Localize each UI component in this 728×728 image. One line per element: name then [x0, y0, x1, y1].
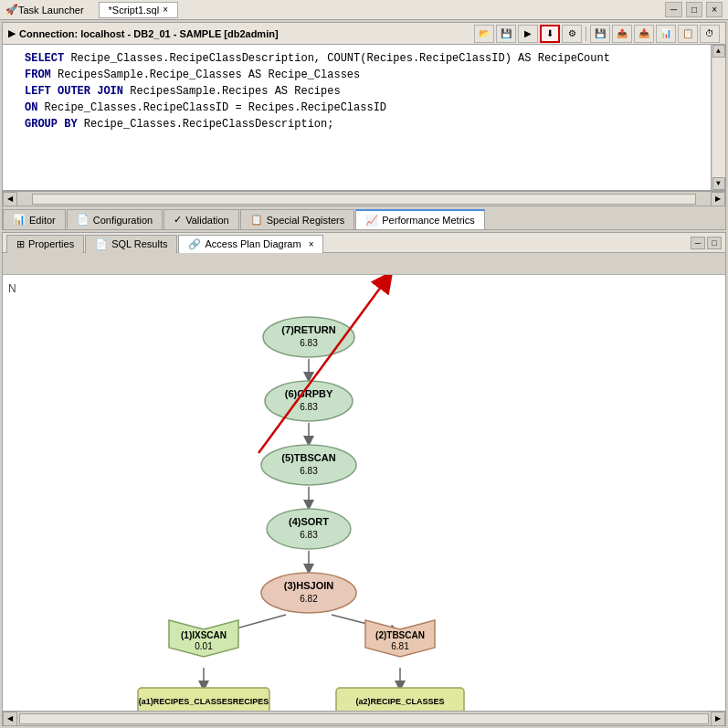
- scroll-right-btn[interactable]: ▶: [711, 192, 725, 206]
- connection-arrow-icon: ▶: [8, 28, 16, 38]
- maximize-btn[interactable]: □: [686, 2, 702, 17]
- svg-point-8: [263, 317, 354, 357]
- svg-text:(6)GRPBY: (6)GRPBY: [285, 388, 333, 399]
- svg-text:6.81: 6.81: [391, 641, 409, 651]
- panel-title-bar: ⊞ Properties 📄 SQL Results 🔗 Access Plan…: [3, 233, 725, 253]
- tab-configuration-label: Configuration: [93, 215, 153, 226]
- tab-configuration-icon: 📄: [77, 214, 90, 226]
- sql-editor[interactable]: SELECT Recipe_Classes.RecipeClassDescrip…: [3, 45, 725, 191]
- tab-configuration[interactable]: 📄 Configuration: [67, 209, 163, 229]
- toolbar-btn-10[interactable]: 📋: [678, 25, 698, 43]
- scroll-track[interactable]: [32, 194, 696, 205]
- tab-editor-icon: 📊: [13, 214, 26, 226]
- sql-line-1: SELECT Recipe_Classes.RecipeClassDescrip…: [25, 50, 610, 67]
- sql-line-5: GROUP BY Recipe_Classes.RecipeClassDescr…: [25, 116, 610, 132]
- tab-access-plan-close[interactable]: ×: [309, 239, 314, 249]
- tab-special-registers-label: Special Registers: [267, 215, 345, 226]
- panel-maximize-btn[interactable]: □: [707, 237, 722, 249]
- svg-text:(2)TBSCAN: (2)TBSCAN: [375, 630, 425, 640]
- toolbar-btn-1[interactable]: 📂: [474, 25, 494, 43]
- svg-text:(7)RETURN: (7)RETURN: [281, 324, 335, 335]
- svg-text:6.83: 6.83: [300, 338, 318, 348]
- scrollbar-down[interactable]: ▼: [712, 177, 725, 190]
- toolbar-btn-execute[interactable]: ⬇: [540, 25, 560, 43]
- connection-label-text: Connection: localhost - DB2_01 - SAMPLE …: [19, 28, 279, 39]
- scrollbar-up[interactable]: ▲: [712, 45, 725, 58]
- tab-special-registers-icon: 📋: [250, 214, 263, 226]
- toolbar-btn-8[interactable]: 📥: [634, 25, 654, 43]
- tab-performance-metrics-label: Performance Metrics: [382, 215, 474, 226]
- svg-point-20: [261, 573, 356, 613]
- toolbar-btn-7[interactable]: 📤: [612, 25, 632, 43]
- tab-performance-metrics[interactable]: 📈 Performance Metrics: [355, 209, 484, 229]
- svg-text:(1)IXSCAN: (1)IXSCAN: [181, 630, 227, 640]
- sql-panel: ▶ Connection: localhost - DB2_01 - SAMPL…: [2, 22, 726, 230]
- connection-bar: ▶ Connection: localhost - DB2_01 - SAMPL…: [3, 23, 725, 45]
- diagram-area[interactable]: N: [3, 275, 725, 711]
- tab-sql-results-label: SQL Results: [111, 238, 167, 249]
- script-tab-close[interactable]: ×: [163, 5, 168, 15]
- toolbar-btn-2[interactable]: 💾: [496, 25, 516, 43]
- panel-controls: ─ □: [691, 237, 722, 249]
- toolbar-btn-6[interactable]: 💾: [590, 25, 610, 43]
- tab-validation[interactable]: ✓ Validation: [164, 209, 239, 229]
- svg-text:6.83: 6.83: [300, 530, 318, 540]
- script-tab[interactable]: *Script1.sql ×: [99, 2, 178, 18]
- svg-text:0.01: 0.01: [195, 641, 213, 651]
- svg-text:(5)TBSCAN: (5)TBSCAN: [281, 452, 335, 463]
- close-btn[interactable]: ×: [706, 2, 723, 17]
- toolbar-btn-11[interactable]: ⏱: [700, 25, 720, 43]
- tab-performance-metrics-icon: 📈: [365, 215, 378, 227]
- scroll-left-btn[interactable]: ◀: [3, 192, 17, 206]
- panel-tabs: ⊞ Properties 📄 SQL Results 🔗 Access Plan…: [6, 233, 324, 253]
- svg-text:(3)HSJOIN: (3)HSJOIN: [284, 580, 333, 591]
- svg-text:(4)SORT: (4)SORT: [289, 516, 329, 527]
- task-launcher-label: Task Launcher: [18, 5, 84, 16]
- svg-point-17: [267, 509, 351, 549]
- tab-sql-results[interactable]: 📄 SQL Results: [85, 235, 177, 253]
- minimize-btn[interactable]: ─: [665, 2, 682, 17]
- toolbar-btn-5[interactable]: ⚙: [562, 25, 582, 43]
- sql-tabs: 📊 Editor 📄 Configuration ✓ Validation 📋 …: [3, 206, 725, 229]
- tab-properties[interactable]: ⊞ Properties: [6, 235, 84, 253]
- sql-line-4: ON Recipe_Classes.RecipeClassID = Recipe…: [25, 100, 610, 116]
- diagram-svg: (7)RETURN 6.83 (6)GRPBY 6.83 (5)TBSCAN 6…: [3, 275, 715, 711]
- tab-validation-label: Validation: [185, 215, 229, 226]
- tab-access-plan-diagram[interactable]: 🔗 Access Plan Diagram ×: [178, 235, 323, 253]
- tab-sql-results-icon: 📄: [95, 238, 108, 250]
- svg-text:6.83: 6.83: [300, 402, 318, 412]
- svg-text:6.82: 6.82: [300, 594, 318, 604]
- tab-access-plan-label: Access Plan Diagram: [205, 238, 301, 249]
- sql-line-2: FROM RecipesSample.Recipe_Classes AS Rec…: [25, 67, 610, 83]
- svg-text:(a1)RECIPES_CLASSESRECIPES: (a1)RECIPES_CLASSESRECIPES: [139, 697, 269, 706]
- svg-point-11: [265, 381, 353, 421]
- svg-text:RECIPESSAMPLE: RECIPESSAMPLE: [365, 710, 435, 711]
- bottom-scroll-left[interactable]: ◀: [3, 712, 17, 726]
- svg-text:RECIPESSAMPLE: RECIPESSAMPLE: [169, 710, 238, 711]
- svg-point-14: [261, 445, 356, 485]
- h-scrollbar[interactable]: ◀ ▶: [3, 191, 725, 206]
- diagram-toolbar: [3, 253, 725, 275]
- bottom-panel: ⊞ Properties 📄 SQL Results 🔗 Access Plan…: [2, 232, 726, 726]
- toolbar: 📂 💾 ▶ ⬇ ⚙ 💾 📤 📥 📊 📋 ⏱: [474, 25, 720, 43]
- svg-text:6.83: 6.83: [300, 466, 318, 476]
- tab-access-plan-icon: 🔗: [188, 238, 201, 250]
- tab-properties-label: Properties: [28, 238, 74, 249]
- toolbar-btn-9[interactable]: 📊: [656, 25, 676, 43]
- task-launcher-icon: 🚀: [5, 4, 18, 16]
- panel-minimize-btn[interactable]: ─: [691, 237, 705, 249]
- bottom-scroll-right[interactable]: ▶: [711, 712, 725, 726]
- tab-properties-icon: ⊞: [16, 238, 25, 250]
- toolbar-btn-run[interactable]: ▶: [518, 25, 538, 43]
- svg-text:(a2)RECIPE_CLASSES: (a2)RECIPE_CLASSES: [355, 697, 444, 706]
- sql-line-3: LEFT OUTER JOIN RecipesSample.Recipes AS…: [25, 83, 610, 100]
- script-tab-label: *Script1.sql: [109, 5, 160, 16]
- tab-validation-icon: ✓: [174, 214, 182, 226]
- tab-editor-label: Editor: [29, 215, 56, 226]
- bottom-scrollbar[interactable]: ◀ ▶: [3, 711, 725, 725]
- title-bar: 🚀 Task Launcher *Script1.sql × ─ □ ×: [0, 0, 728, 20]
- tab-special-registers[interactable]: 📋 Special Registers: [240, 209, 355, 229]
- tab-editor[interactable]: 📊 Editor: [3, 209, 66, 229]
- n-label: N: [8, 282, 16, 295]
